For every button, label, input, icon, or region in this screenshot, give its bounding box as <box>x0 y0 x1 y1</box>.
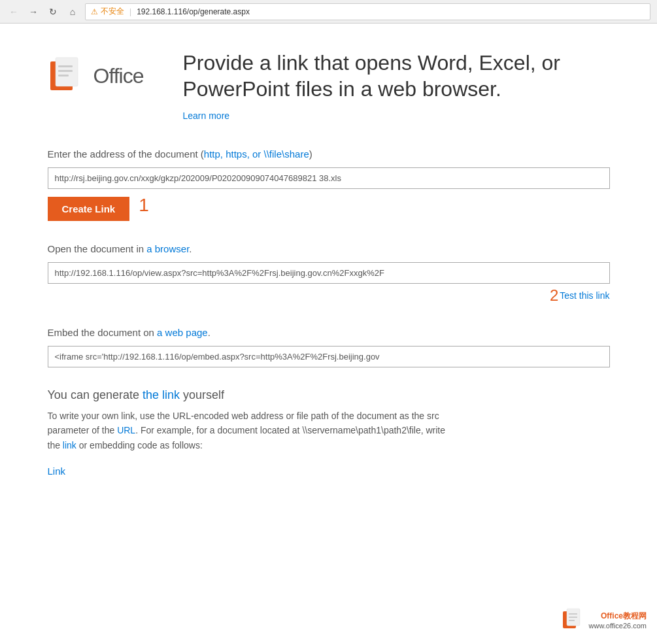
create-link-button[interactable]: Create Link <box>48 197 130 221</box>
section3-label-plain: Embed the document on <box>48 327 158 338</box>
section-generate-yourself: You can generate the link yourself To wr… <box>48 388 610 477</box>
section3-label: Embed the document on a web page. <box>48 326 610 339</box>
section1-label-plain: Enter the address of the document ( <box>48 148 204 160</box>
embed-code-output[interactable] <box>48 346 610 367</box>
home-button[interactable]: ⌂ <box>65 5 80 19</box>
address-bar[interactable]: ⚠ 不安全 | 192.168.1.116/op/generate.aspx <box>85 3 650 20</box>
test-link-row: 2 Test this link <box>48 286 610 305</box>
test-link[interactable]: Test this link <box>560 290 609 301</box>
back-button[interactable]: ← <box>7 5 21 19</box>
section2-label-highlight: a browser <box>146 243 189 254</box>
forward-button[interactable]: → <box>26 5 41 19</box>
section2-label-plain: Open the document in <box>48 243 147 254</box>
url-text: 192.168.1.116/op/generate.aspx <box>137 7 250 16</box>
security-warning-label: 不安全 <box>101 6 124 17</box>
section-embed: Embed the document on a web page. <box>48 326 610 367</box>
generate-title-end: yourself <box>180 388 224 401</box>
office-logo-icon <box>48 56 87 95</box>
view-url-output[interactable] <box>48 262 610 284</box>
logo-text: Office <box>93 64 144 88</box>
generate-title-plain: You can generate <box>48 388 143 401</box>
reload-button[interactable]: ↻ <box>46 5 60 19</box>
section1-label: Enter the address of the document (http,… <box>48 147 610 161</box>
generate-title: You can generate the link yourself <box>48 388 610 402</box>
office-logo: Office <box>48 56 144 95</box>
generate-desc-3: or embedding code as follows: <box>76 440 203 450</box>
create-link-row: Create Link 1 <box>48 189 610 221</box>
section3-label-end: . <box>208 327 211 338</box>
section3-label-highlight: a web page <box>157 327 208 338</box>
page-container: Office Provide a link that opens Word, E… <box>8 24 649 537</box>
generate-title-highlight: the link <box>143 388 180 401</box>
section2-label-end: . <box>189 243 192 254</box>
learn-more-link[interactable]: Learn more <box>183 110 230 121</box>
section2-label: Open the document in a browser. <box>48 242 610 256</box>
link-section-label: Link <box>48 466 610 477</box>
svg-rect-2 <box>58 65 73 67</box>
step-2-number: 2 <box>550 286 558 305</box>
section1-label-highlight: http, https, or \\file\share <box>204 148 309 160</box>
step-1-number: 1 <box>139 195 149 216</box>
generate-desc-link: link <box>63 440 76 450</box>
svg-rect-4 <box>58 75 69 76</box>
title-area: Provide a link that opens Word, Excel, o… <box>183 50 610 121</box>
generate-desc-url: URL <box>117 425 135 435</box>
section-enter-address: Enter the address of the document (http,… <box>48 147 610 221</box>
divider: | <box>129 7 131 16</box>
main-title: Provide a link that opens Word, Excel, o… <box>183 50 610 102</box>
browser-chrome: ← → ↻ ⌂ ⚠ 不安全 | 192.168.1.116/op/generat… <box>0 0 657 24</box>
section-open-browser: Open the document in a browser. 2 Test t… <box>48 242 610 305</box>
svg-rect-3 <box>58 70 73 72</box>
security-warning-icon: ⚠ <box>91 7 98 16</box>
document-url-input[interactable] <box>48 167 610 189</box>
header-section: Office Provide a link that opens Word, E… <box>48 50 610 121</box>
section1-label-end: ) <box>309 148 312 160</box>
generate-desc: To write your own link, use the URL-enco… <box>48 409 453 452</box>
